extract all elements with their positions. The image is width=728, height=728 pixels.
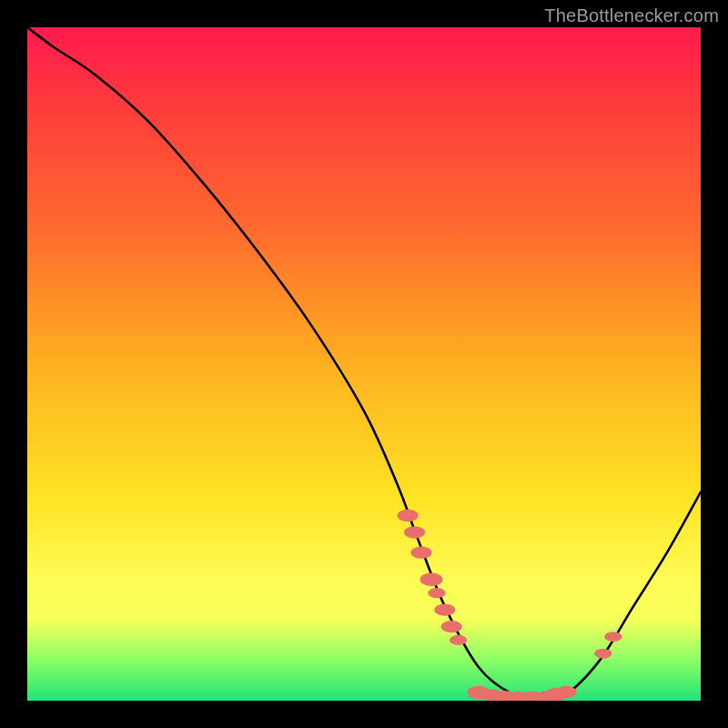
plot-area bbox=[27, 27, 701, 701]
chart-stage: TheBottlenecker.com bbox=[0, 0, 728, 728]
heat-gradient-background bbox=[27, 27, 701, 701]
watermark-text: TheBottlenecker.com bbox=[544, 5, 719, 26]
